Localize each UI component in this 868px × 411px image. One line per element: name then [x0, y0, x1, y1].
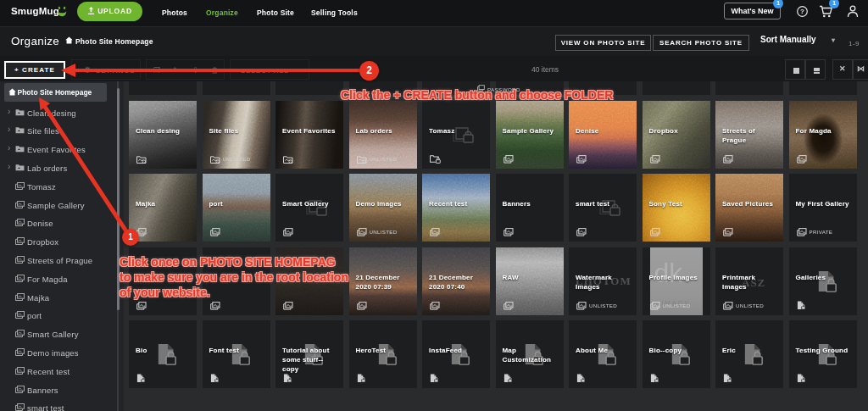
svg-text:?: ? [800, 8, 804, 15]
